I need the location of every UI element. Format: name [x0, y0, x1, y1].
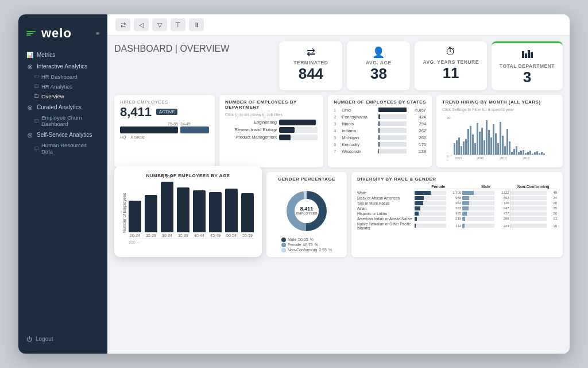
sidebar-item-hr-dashboard[interactable]: ☐ HR Dashboard: [18, 72, 107, 82]
sidebar-item-self-service[interactable]: ◎ Self-Service Analytics: [18, 129, 107, 140]
sidebar-item-curated-analytics[interactable]: ◎ Curated Analytics: [18, 101, 107, 113]
diversity-rows: White 1,700 1222 49 Black or A: [357, 191, 557, 230]
app-window: welo ≡ 📊 Metrics ◎ Interactive Analytics…: [18, 14, 570, 354]
age-bar-5559: 55-59: [241, 193, 254, 237]
age-block-4: [193, 190, 206, 232]
sidebar: welo ≡ 📊 Metrics ◎ Interactive Analytics…: [18, 14, 107, 354]
age-bar-2024: 20-24: [129, 201, 141, 237]
age-y-label: Number of Employees: [122, 181, 126, 244]
hired-label: HIRED EMPLOYEES: [120, 99, 209, 105]
state-row-1: 2 Pennsylvania 424: [334, 114, 426, 120]
age-block-3: [177, 187, 189, 232]
file-icon-4: ☐: [34, 118, 38, 124]
nc-pct: 2.55: [319, 248, 327, 252]
dept-track-1: [279, 127, 318, 133]
sidebar-logo: welo ≡: [18, 21, 107, 49]
trend-chart-subtitle: Click Settings to Filter for a specific …: [442, 108, 557, 112]
hired-value: 8,411: [120, 105, 152, 120]
sidebar-item-hr-analytics[interactable]: ☐ HR Analytics: [18, 82, 107, 91]
svg-rect-38: [527, 152, 529, 155]
dept-fill-1: [279, 127, 295, 133]
dept-label-1: Research and Biology: [225, 127, 277, 132]
nc-col-header: Non-Conforming: [509, 185, 557, 189]
diversity-col-headers: Female Male Non-Conforming: [357, 185, 557, 189]
svg-rect-14: [472, 135, 474, 155]
dept-bars: Engineering Research and Biology: [225, 120, 318, 140]
svg-rect-25: [497, 143, 499, 155]
logo-mark: [26, 31, 36, 36]
svg-rect-34: [518, 152, 520, 155]
dept-track-0: [279, 120, 318, 125]
logout-button[interactable]: ⏻ Logout: [18, 331, 107, 347]
main-content: ⇄ ◁ ▽ ⊤ ⏸ DASHBOARD | OVERVIEW ⇄: [107, 14, 570, 354]
metrics-icon: 📊: [26, 51, 33, 58]
svg-rect-20: [486, 120, 488, 155]
hamburger-icon[interactable]: ≡: [96, 30, 99, 37]
svg-rect-43: [539, 153, 540, 155]
diversity-row-4: Hispanic or Latino 425 477 20: [357, 212, 557, 216]
toolbar-btn-pause[interactable]: ⏸: [189, 18, 204, 31]
file-icon-5: ☐: [34, 146, 38, 151]
logo-text: welo: [41, 26, 72, 41]
gender-legend: Male 50.65% Female 46.73% Non-Conforming…: [281, 237, 332, 252]
total-dept-value: 3: [500, 69, 555, 86]
svg-rect-36: [523, 150, 524, 155]
kpi-avg-age: 👤 AVG. AGE 38: [347, 41, 410, 90]
sidebar-item-hr-data[interactable]: ☐ Human Resources Data: [18, 140, 107, 156]
logout-icon: ⏻: [26, 336, 32, 342]
svg-rect-45: [543, 154, 545, 155]
sidebar-item-interactive-analytics[interactable]: ◎ Interactive Analytics: [18, 60, 107, 72]
div-race-5: American Indian or Alaska Native: [357, 217, 415, 221]
age-bar-2529: 25-29: [145, 195, 157, 237]
page-title: DASHBOARD | OVERVIEW: [114, 44, 229, 54]
toolbar-btn-down[interactable]: ▽: [152, 18, 167, 31]
diversity-row-6: Native Hawaiian or Other Pacific Islande…: [357, 222, 557, 230]
male-color-dot: [281, 237, 286, 242]
toolbar-btn-filter[interactable]: ⊤: [171, 18, 185, 31]
age-bar-5054: 50-54: [225, 189, 238, 237]
dept-chart-subtitle: Click (i) to drill down to Job titles: [225, 113, 318, 117]
svg-rect-19: [483, 140, 485, 155]
female-color-dot: [281, 243, 286, 247]
svg-rect-39: [529, 151, 531, 155]
age-block-2: 1,202: [161, 182, 173, 232]
svg-rect-9: [461, 146, 462, 155]
trend-svg: 30 0: [442, 114, 557, 160]
svg-text:2008: 2008: [477, 156, 483, 160]
div-race-2: Two or More Races: [357, 201, 415, 205]
age-xlabel-6: 50-54: [226, 233, 237, 237]
svg-rect-17: [479, 132, 481, 155]
sidebar-item-metrics[interactable]: 📊 Metrics: [18, 49, 107, 60]
dept-fill-0: [279, 120, 316, 125]
div-race-0: White: [357, 191, 415, 195]
svg-rect-15: [474, 143, 476, 155]
middle-row: HIRED EMPLOYEES 8,411 ACTIVE 75-85 24-45: [114, 95, 563, 167]
svg-rect-35: [520, 151, 522, 155]
hired-bar-row: 75-85 24-45: [120, 122, 209, 133]
svg-rect-8: [458, 137, 460, 155]
toolbar-btn-back[interactable]: ◁: [134, 18, 149, 31]
sidebar-item-employee-churn[interactable]: ☐ Employee Churn Dashboard: [18, 113, 107, 129]
total-dept-icon: [500, 48, 555, 62]
toolbar-btn-swap[interactable]: ⇄: [115, 18, 130, 31]
sidebar-item-overview[interactable]: ☐ Overview: [18, 91, 107, 101]
svg-rect-41: [534, 152, 536, 155]
donut-wrap: 8,411 EMPLOYEES: [284, 188, 330, 234]
donut-value: 8,411: [296, 206, 317, 212]
age-peak-label: 1,202: [163, 175, 172, 179]
svg-rect-0: [522, 51, 524, 58]
div-race-1: Black or African American: [357, 196, 415, 200]
div-race-4: Hispanic or Latino: [357, 212, 415, 216]
gender-chart-title: GENDER PERCENTAGE: [278, 177, 335, 182]
age-xlabel-5: 45-49: [210, 233, 220, 237]
svg-rect-13: [470, 126, 471, 155]
dept-label-2: Product Management: [225, 135, 277, 140]
kpi-total-dept: TOTAL DEPARTMENT 3: [492, 41, 563, 90]
svg-text:2016: 2016: [523, 156, 529, 160]
terminated-value: 844: [287, 66, 334, 82]
age-bars: 20-24 25-29 1,202 3: [129, 186, 254, 237]
hired-bar-main: [120, 126, 178, 133]
age-block-1: [145, 195, 157, 232]
svg-rect-44: [541, 152, 543, 155]
female-col-header: Female: [415, 185, 462, 189]
